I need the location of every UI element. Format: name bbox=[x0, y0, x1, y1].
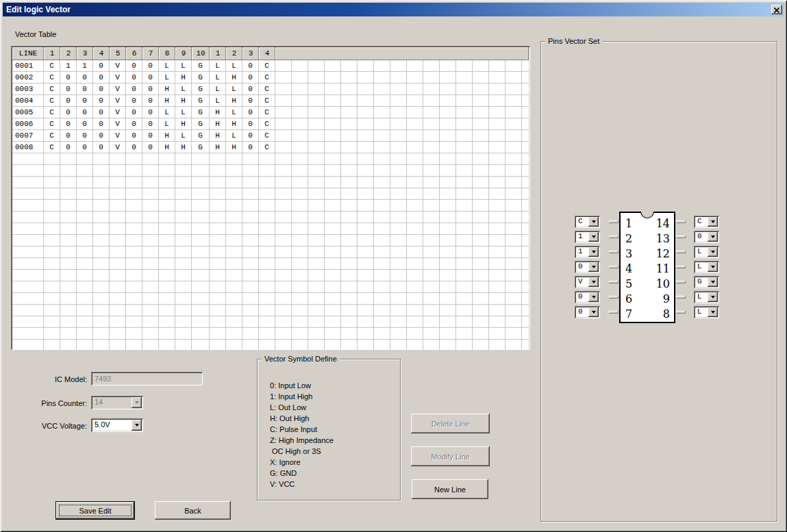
empty-cell bbox=[77, 270, 93, 281]
pin-3-value-select[interactable]: 1 bbox=[575, 246, 600, 258]
vector-value-cell: V bbox=[110, 130, 126, 142]
close-button[interactable] bbox=[771, 5, 782, 14]
empty-cell bbox=[110, 246, 126, 258]
table-row[interactable]: 0008C000V00HHGHH0C bbox=[12, 142, 529, 153]
table-row[interactable]: 0006C000V00LHGHH0C bbox=[12, 118, 529, 130]
pin-12-value-select[interactable]: L bbox=[694, 246, 719, 258]
table-row[interactable]: 0003C000V00HLGLL0C bbox=[12, 84, 529, 95]
vector-value-cell: 0 bbox=[242, 118, 259, 130]
table-row[interactable]: 0004C000V00HHGLH0C bbox=[12, 95, 529, 107]
empty-cell bbox=[423, 165, 440, 177]
empty-cell bbox=[505, 258, 522, 270]
vector-table[interactable]: LINE1234567891012340001C110V00LLGLL0C000… bbox=[11, 46, 530, 350]
empty-cell bbox=[308, 293, 325, 305]
empty-cell bbox=[341, 142, 358, 153]
pin-9-value-select[interactable]: L bbox=[694, 291, 719, 303]
empty-cell bbox=[440, 118, 456, 130]
vector-value-cell: 0 bbox=[242, 60, 259, 72]
empty-cell bbox=[275, 340, 292, 350]
dropdown-arrow-button[interactable] bbox=[708, 217, 718, 227]
title-bar[interactable]: Edit logic Vector bbox=[3, 3, 784, 16]
empty-cell bbox=[77, 305, 93, 316]
delete-line-button[interactable]: Delete Line bbox=[411, 414, 490, 433]
empty-cell bbox=[210, 258, 226, 270]
empty-cell bbox=[308, 200, 325, 212]
empty-cell bbox=[93, 165, 110, 177]
empty-cell bbox=[192, 340, 210, 350]
pin-7-value-select[interactable]: 0 bbox=[575, 306, 600, 318]
empty-cell bbox=[423, 72, 440, 84]
pin-2-value-select[interactable]: 1 bbox=[575, 231, 600, 243]
vcc-voltage-select[interactable]: 5.0V bbox=[91, 418, 143, 432]
dropdown-arrow-button[interactable] bbox=[132, 397, 142, 408]
pin-5-value-select[interactable]: V bbox=[575, 276, 600, 288]
empty-cell bbox=[440, 84, 456, 95]
dropdown-arrow-button[interactable] bbox=[588, 232, 599, 242]
table-row[interactable]: 0005C000V00LLGHL0C bbox=[12, 107, 529, 118]
empty-cell bbox=[292, 270, 308, 281]
dropdown-arrow-button[interactable] bbox=[708, 232, 718, 242]
empty-cell bbox=[60, 328, 77, 340]
pin-1-value-select[interactable]: C bbox=[575, 216, 600, 228]
pin-10-value-select[interactable]: G bbox=[694, 276, 719, 288]
empty-cell bbox=[259, 153, 275, 165]
pin-wire bbox=[609, 311, 619, 314]
pin-13-value-select[interactable]: 0 bbox=[694, 231, 719, 243]
pin-14-value-select[interactable]: C bbox=[694, 216, 719, 228]
empty-table-row bbox=[12, 258, 529, 270]
empty-cell bbox=[175, 258, 192, 270]
empty-table-row bbox=[12, 305, 529, 316]
empty-cell bbox=[259, 235, 275, 246]
pin-8-value-select[interactable]: L bbox=[694, 306, 719, 318]
empty-cell bbox=[358, 212, 374, 223]
table-row[interactable]: 0002C000V00LHGLH0C bbox=[12, 72, 529, 84]
empty-cell bbox=[159, 281, 175, 293]
table-row[interactable]: 0001C110V00LLGLL0C bbox=[12, 60, 529, 72]
dropdown-arrow-button[interactable] bbox=[588, 292, 599, 302]
empty-table-row bbox=[12, 212, 529, 223]
empty-cell bbox=[110, 223, 126, 235]
dropdown-arrow-button[interactable] bbox=[132, 420, 142, 431]
vector-value-cell: 0 bbox=[126, 142, 142, 153]
dropdown-arrow-button[interactable] bbox=[588, 262, 599, 272]
empty-cell bbox=[489, 246, 505, 258]
dropdown-arrow-button[interactable] bbox=[708, 277, 718, 287]
empty-cell bbox=[44, 188, 60, 200]
dropdown-arrow-button[interactable] bbox=[588, 247, 599, 257]
save-edit-button[interactable]: Save Edit bbox=[55, 501, 135, 520]
column-header: 7 bbox=[142, 47, 159, 60]
empty-cell bbox=[374, 130, 390, 142]
pin-4-value-select[interactable]: 0 bbox=[575, 261, 600, 273]
vector-value-cell: H bbox=[159, 95, 175, 107]
empty-cell bbox=[175, 246, 192, 258]
ic-model-input[interactable]: 7493 bbox=[91, 372, 203, 385]
empty-cell bbox=[358, 142, 374, 153]
empty-cell bbox=[192, 305, 210, 316]
combo-value: 0 bbox=[576, 262, 588, 272]
vector-value-cell: 0 bbox=[60, 107, 77, 118]
empty-cell bbox=[308, 118, 325, 130]
dropdown-arrow-button[interactable] bbox=[708, 247, 718, 257]
empty-cell bbox=[325, 235, 341, 246]
dropdown-arrow-button[interactable] bbox=[708, 307, 718, 317]
dropdown-arrow-button[interactable] bbox=[588, 277, 599, 287]
dropdown-arrow-button[interactable] bbox=[708, 292, 718, 302]
empty-line-cell bbox=[12, 281, 44, 293]
empty-cell bbox=[473, 235, 489, 246]
empty-cell bbox=[275, 165, 292, 177]
dropdown-arrow-button[interactable] bbox=[588, 217, 599, 227]
pin-6-value-select[interactable]: 0 bbox=[575, 291, 600, 303]
dropdown-arrow-button[interactable] bbox=[708, 262, 718, 272]
empty-cell bbox=[374, 340, 390, 350]
empty-cell bbox=[93, 246, 110, 258]
modify-line-button[interactable]: Modify Line bbox=[411, 446, 490, 466]
pin-11-value-select[interactable]: L bbox=[694, 261, 719, 273]
vector-value-cell: C bbox=[259, 130, 275, 142]
table-row[interactable]: 0007C000V00HLGHL0C bbox=[12, 130, 529, 142]
column-header: LINE bbox=[12, 47, 44, 60]
dropdown-arrow-button[interactable] bbox=[588, 307, 599, 317]
back-button[interactable]: Back bbox=[155, 501, 231, 520]
pins-counter-select[interactable]: 14 bbox=[91, 396, 143, 409]
new-line-button[interactable]: New Line bbox=[412, 479, 488, 499]
vector-value-cell: 0 bbox=[93, 118, 110, 130]
